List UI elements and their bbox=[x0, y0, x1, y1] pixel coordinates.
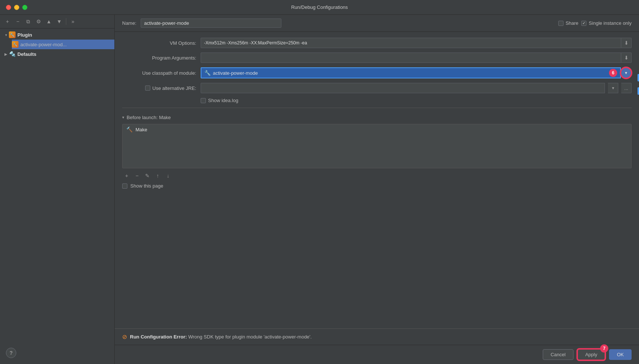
program-args-expand-button[interactable]: ⬇ bbox=[621, 53, 632, 63]
close-button[interactable] bbox=[6, 5, 11, 10]
sidebar: + − ⧉ ⚙ ▲ ▼ » bbox=[0, 15, 115, 364]
launch-add-icon: + bbox=[125, 173, 128, 179]
chevron-down-icon: ▾ bbox=[625, 70, 627, 75]
jre-dropdown-button[interactable]: ▾ bbox=[608, 83, 618, 93]
remove-config-button[interactable]: − bbox=[13, 17, 22, 26]
ok-button[interactable]: OK bbox=[609, 349, 632, 360]
settings-icon: ⚙ bbox=[36, 18, 41, 24]
more-icon: » bbox=[71, 18, 74, 24]
classpath-input[interactable]: 🔧 activate-power-mode 6 bbox=[201, 67, 621, 78]
vm-options-wrapper: ⬇ bbox=[201, 38, 632, 48]
move-down-button[interactable]: ▼ bbox=[55, 17, 64, 26]
make-icon: 🔨 bbox=[126, 127, 133, 132]
sidebar-item-activate-power-mode[interactable]: 🔧 activate-power-mod... bbox=[12, 40, 114, 49]
apply-button[interactable]: Apply 7 bbox=[577, 349, 606, 360]
jre-dropdown[interactable] bbox=[201, 83, 605, 93]
program-args-input[interactable] bbox=[201, 53, 621, 63]
window-controls bbox=[6, 5, 27, 10]
right-panel: Name: Share Single instance only bbox=[115, 15, 639, 364]
main-window: Run/Debug Configurations + − ⧉ ⚙ ▲ bbox=[0, 0, 639, 364]
before-launch-header[interactable]: ▾ Before launch: Make bbox=[122, 112, 632, 122]
launch-add-button[interactable]: + bbox=[122, 171, 131, 180]
launch-list-toolbar: + − ✎ ↑ ↓ bbox=[122, 170, 632, 182]
window-title: Run/Debug Configurations bbox=[291, 4, 348, 10]
single-instance-label: Single instance only bbox=[589, 20, 632, 26]
minimize-button[interactable] bbox=[14, 5, 19, 10]
share-area: Share Single instance only bbox=[558, 20, 632, 26]
launch-remove-icon: − bbox=[136, 173, 138, 179]
classpath-badge: 6 bbox=[609, 69, 617, 77]
vm-options-expand-button[interactable]: ⬇ bbox=[621, 38, 632, 48]
vm-options-input[interactable] bbox=[201, 38, 621, 48]
copy-config-button[interactable]: ⧉ bbox=[24, 17, 33, 26]
classpath-label: Use classpath of module: bbox=[122, 70, 196, 76]
toolbar-separator bbox=[66, 18, 66, 25]
expand-icon: ⬇ bbox=[624, 40, 629, 46]
error-bar: ⊘ Run Configuration Error: Wrong SDK typ… bbox=[115, 328, 639, 345]
plugin-children: 🔧 activate-power-mod... bbox=[0, 40, 114, 49]
child-plugin-icon: 🔧 bbox=[12, 41, 19, 48]
cancel-button[interactable]: Cancel bbox=[543, 349, 573, 360]
launch-move-down-button[interactable]: ↓ bbox=[164, 171, 173, 180]
error-message: Wrong SDK type for plugin module 'activa… bbox=[187, 334, 312, 340]
settings-config-button[interactable]: ⚙ bbox=[34, 17, 43, 26]
show-idea-log-wrapper[interactable]: Show idea.log bbox=[201, 98, 238, 103]
show-page-row: Show this page bbox=[122, 182, 632, 190]
side-marker-2 bbox=[638, 87, 639, 95]
apply-badge: 7 bbox=[600, 344, 608, 353]
help-icon: ? bbox=[10, 350, 13, 356]
program-args-row: Program Arguments: ⬇ bbox=[122, 53, 632, 63]
launch-edit-button[interactable]: ✎ bbox=[143, 171, 152, 180]
sidebar-defaults-label: Defaults bbox=[17, 51, 36, 57]
share-checkbox-wrapper[interactable]: Share bbox=[558, 20, 579, 26]
single-instance-checkbox-wrapper[interactable]: Single instance only bbox=[581, 20, 632, 26]
show-page-checkbox[interactable] bbox=[122, 183, 127, 189]
expand-icon-2: ⬇ bbox=[624, 55, 629, 61]
launch-up-icon: ↑ bbox=[157, 173, 159, 179]
config-header: Name: Share Single instance only bbox=[115, 15, 639, 32]
before-launch-arrow-icon: ▾ bbox=[122, 115, 124, 120]
jre-label-group: Use alternative JRE: bbox=[122, 85, 196, 91]
jre-label: Use alternative JRE: bbox=[153, 85, 197, 91]
jre-chevron-icon: ▾ bbox=[612, 85, 614, 91]
launch-remove-button[interactable]: − bbox=[133, 171, 141, 180]
share-checkbox[interactable] bbox=[558, 21, 563, 26]
share-label: Share bbox=[566, 20, 579, 26]
title-bar: Run/Debug Configurations bbox=[0, 0, 639, 15]
bottom-bar: Cancel Apply 7 OK bbox=[115, 345, 639, 364]
make-label: Make bbox=[136, 127, 147, 132]
program-args-label: Program Arguments: bbox=[122, 55, 196, 61]
more-button[interactable]: » bbox=[68, 17, 77, 26]
sidebar-item-plugin[interactable]: ▾ 🔧 Plugin bbox=[0, 30, 114, 40]
config-tree: ▾ 🔧 Plugin 🔧 activate-power-mod... ▶ 🔩 D… bbox=[0, 28, 114, 346]
jre-checkbox[interactable] bbox=[145, 85, 150, 91]
name-input[interactable] bbox=[141, 18, 281, 28]
jre-ellipsis-button[interactable]: ... bbox=[621, 83, 632, 93]
form-divider bbox=[122, 108, 632, 108]
name-label: Name: bbox=[122, 20, 136, 26]
classpath-value: activate-power-mode bbox=[213, 70, 258, 76]
show-idea-log-checkbox[interactable] bbox=[201, 98, 206, 103]
program-args-wrapper: ⬇ bbox=[201, 53, 632, 63]
move-up-button[interactable]: ▲ bbox=[44, 17, 53, 26]
jre-input-group: ▾ ... bbox=[201, 83, 632, 93]
show-page-label: Show this page bbox=[130, 183, 163, 189]
jre-row: Use alternative JRE: ▾ ... bbox=[122, 83, 632, 93]
side-marker-1 bbox=[638, 74, 639, 81]
single-instance-checkbox[interactable] bbox=[581, 21, 586, 26]
before-launch-section: ▾ Before launch: Make 🔨 Make + bbox=[122, 112, 632, 190]
launch-edit-icon: ✎ bbox=[145, 173, 150, 179]
maximize-button[interactable] bbox=[22, 5, 27, 10]
sidebar-item-defaults[interactable]: ▶ 🔩 Defaults bbox=[0, 49, 114, 59]
sidebar-child-label: activate-power-mod... bbox=[20, 42, 67, 47]
vm-options-label: VM Options: bbox=[122, 40, 196, 46]
show-idea-log-label: Show idea.log bbox=[208, 98, 238, 103]
launch-move-up-button[interactable]: ↑ bbox=[153, 171, 162, 180]
form-body: VM Options: ⬇ Program Arguments: ⬇ bbox=[115, 32, 639, 328]
help-button[interactable]: ? bbox=[6, 348, 16, 358]
defaults-arrow-icon: ▶ bbox=[3, 51, 9, 57]
launch-down-icon: ↓ bbox=[167, 173, 170, 179]
error-text: Run Configuration Error: Wrong SDK type … bbox=[130, 334, 312, 340]
add-config-button[interactable]: + bbox=[3, 17, 12, 26]
classpath-dropdown-button[interactable]: ▾ bbox=[620, 67, 632, 78]
